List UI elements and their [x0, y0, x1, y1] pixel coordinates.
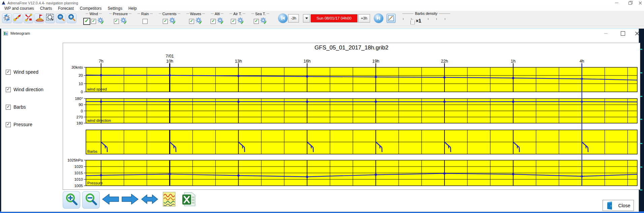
air-t-checkbox[interactable]: ✓ — [231, 19, 236, 24]
close-button-label: Close — [618, 203, 631, 208]
zoom-out-button[interactable] — [56, 13, 66, 23]
main-toolbar: Wind✓✓Pressure✓RainCurrents✓Waves✓Alti✓A… — [0, 11, 644, 26]
pressure-settings-button[interactable] — [120, 17, 127, 26]
toggle-barbs[interactable]: ✓Barbs — [6, 104, 26, 110]
waypoints-button[interactable] — [24, 13, 33, 23]
menu-item-forecast[interactable]: Forecast — [55, 6, 77, 11]
excel-export-button[interactable] — [180, 191, 197, 209]
zoom-in-button[interactable] — [63, 191, 80, 209]
zoom-selection-button[interactable] — [45, 13, 55, 23]
meteogram-plot[interactable]: 7h10h7/0113h16h19h22h1h4h30knts20100wind… — [63, 43, 640, 189]
meteogram-button[interactable] — [160, 191, 178, 209]
skip-back-icon — [281, 16, 285, 21]
group-pressure: Pressure✓ — [108, 11, 132, 25]
back-3h-button[interactable]: -3h — [288, 14, 299, 23]
currents-settings-button[interactable] — [168, 17, 176, 26]
menu-item-help[interactable]: Help — [125, 6, 140, 11]
group-rain: Rain — [136, 11, 154, 25]
waves-settings-button[interactable] — [195, 17, 202, 26]
checkbox-label: Pressure — [13, 122, 32, 127]
menu-item-settings[interactable]: Settings — [105, 6, 125, 11]
options-gear-icon — [3, 13, 11, 23]
meteogram-window-icon — [3, 31, 8, 36]
current-date-display[interactable]: Sun 08/01/17 04h00 — [311, 14, 358, 23]
time-controls: -3h Sun 08/01/17 04h00 +3h — [278, 14, 396, 23]
svg-text:4h: 4h — [580, 59, 584, 64]
skip-back-button[interactable] — [278, 14, 287, 23]
svg-text:1020: 1020 — [74, 165, 83, 169]
checkbox[interactable]: ✓ — [6, 87, 11, 92]
barbs-density-slider[interactable]: ×1 — [401, 16, 452, 25]
wind-settings-button[interactable] — [97, 17, 104, 26]
svg-text:wind speed: wind speed — [87, 87, 107, 91]
svg-text:10: 10 — [79, 82, 83, 86]
svg-text:19h: 19h — [372, 59, 379, 64]
air-t-settings-button[interactable] — [237, 17, 244, 26]
svg-text:1h: 1h — [511, 59, 516, 64]
restore-button[interactable] — [623, 0, 637, 6]
app-titlebar: AdrenaFree V12.0.4.4- navigation plannin… — [0, 0, 644, 6]
arrow-left-button[interactable] — [102, 191, 119, 209]
svg-text:1010: 1010 — [74, 177, 83, 181]
gear-icon — [97, 20, 104, 25]
menu-item-wp-and-courses[interactable]: WP and courses — [1, 6, 37, 11]
mark-buoy-button[interactable] — [34, 13, 44, 23]
date-dropdown-button[interactable] — [303, 14, 310, 23]
route-button[interactable] — [13, 13, 23, 23]
svg-text:0: 0 — [81, 109, 83, 113]
menubar: WP and coursesChartsForecastCompetitorsS… — [0, 6, 644, 11]
currents-checkbox[interactable]: ✓ — [163, 19, 168, 24]
close-button[interactable]: Close — [603, 200, 634, 211]
met-maximize-button[interactable] — [615, 30, 630, 37]
waves-checkbox[interactable]: ✓ — [189, 19, 194, 24]
zoom-out-button[interactable] — [82, 191, 100, 209]
svg-text:13h: 13h — [235, 59, 242, 64]
menu-item-charts[interactable]: Charts — [37, 6, 55, 11]
screen: AdrenaFree V12.0.4.4- navigation plannin… — [0, 0, 644, 213]
group-air-t: Air T.✓ — [228, 11, 246, 25]
alti-checkbox[interactable]: ✓ — [211, 19, 216, 24]
zoom-in-icon — [68, 13, 76, 23]
met-minimize-button[interactable] — [599, 30, 613, 37]
met-close-button[interactable] — [630, 30, 644, 37]
meteogram-titlebar: Meteogram — [1, 29, 639, 38]
zoom-in-button[interactable] — [67, 13, 76, 23]
waypoints-icon — [24, 13, 33, 23]
gear-icon — [120, 20, 127, 25]
gear-icon — [195, 20, 202, 25]
minimize-button[interactable] — [610, 0, 623, 6]
gear-icon — [168, 20, 176, 25]
restore-icon — [628, 1, 632, 5]
wind-master-checkbox[interactable]: ✓ — [83, 18, 90, 25]
wind-checkbox[interactable]: ✓ — [91, 19, 96, 24]
close-window-button[interactable] — [636, 0, 644, 6]
slider-thumb[interactable] — [410, 19, 415, 25]
meteogram-icon — [162, 191, 176, 208]
menu-item-competitors[interactable]: Competitors — [77, 6, 105, 11]
sea-t-settings-button[interactable] — [259, 17, 267, 26]
close-icon — [635, 31, 639, 36]
svg-text:180°: 180° — [75, 97, 83, 101]
group-label: Currents — [162, 12, 177, 16]
sea-t-checkbox[interactable]: ✓ — [254, 19, 259, 24]
arrow-right-button[interactable] — [121, 191, 139, 209]
checkbox-label: Wind direction — [13, 87, 43, 92]
skip-forward-button[interactable] — [374, 14, 383, 23]
toggle-pressure[interactable]: ✓Pressure — [6, 122, 32, 127]
group-currents: Currents✓ — [158, 11, 181, 25]
forward-3h-button[interactable]: +3h — [358, 14, 370, 23]
meteogram-mode-button[interactable] — [387, 14, 396, 23]
alti-settings-button[interactable] — [216, 17, 224, 26]
checkbox[interactable]: ✓ — [6, 70, 11, 75]
app-title: AdrenaFree V12.0.4.4- navigation plannin… — [7, 1, 78, 5]
rain-checkbox[interactable] — [143, 19, 148, 24]
barbs-density-value: ×1 — [416, 18, 421, 24]
checkbox[interactable]: ✓ — [6, 122, 11, 127]
arrow-both-button[interactable] — [141, 191, 158, 209]
svg-text:270: 270 — [76, 115, 83, 119]
pressure-checkbox[interactable]: ✓ — [114, 19, 119, 24]
checkbox[interactable]: ✓ — [6, 105, 11, 110]
toggle-wind-direction[interactable]: ✓Wind direction — [6, 87, 43, 92]
toggle-wind-speed[interactable]: ✓Wind speed — [6, 69, 38, 75]
options-gear-button[interactable] — [2, 13, 12, 23]
